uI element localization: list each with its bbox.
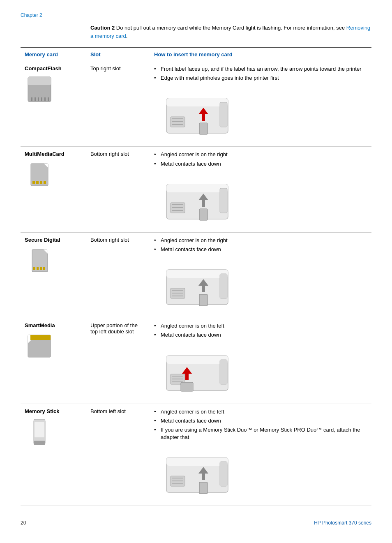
svg-rect-21 [36,181,39,184]
footer-page-number: 20 [21,520,26,526]
instruction-item: Metal contacts face down [154,160,367,168]
instruction-item: Edge with metal pinholes goes into the p… [154,74,367,82]
svg-rect-69 [172,478,183,478]
svg-rect-75 [220,462,227,486]
card-name-cell: MultiMediaCard [21,147,86,232]
instruction-list: Angled corner is on the rightMetal conta… [154,151,367,167]
card-name-cell: CompactFlash [21,61,86,147]
svg-rect-38 [40,267,42,270]
svg-rect-7 [48,97,49,101]
printer-slot-illustration [154,343,240,397]
card-name-cell: SmartMedia [21,318,86,404]
footer: 20 HP Photosmart 370 series [21,518,371,526]
svg-rect-5 [41,97,42,101]
card-illustration [25,75,54,104]
printer-slot-illustration [154,257,240,311]
card-name-cell: Secure Digital [21,232,86,318]
svg-rect-49 [220,274,227,298]
svg-rect-37 [37,267,39,270]
svg-rect-72 [199,482,208,494]
caution-text-end: . [126,33,128,39]
slot-cell: Bottom left slot [86,404,150,506]
table-row: MultiMediaCardBottom right slotAngled co… [21,147,371,232]
card-name: Memory Stick [25,408,82,414]
instructions-cell: Front label faces up, and if the label h… [150,61,371,147]
footer-product-name: HP Photosmart 370 series [314,520,371,526]
svg-rect-57 [172,379,183,379]
svg-rect-47 [202,285,205,292]
instruction-list: Angled corner is on the leftMetal contac… [154,408,367,441]
svg-rect-14 [199,123,208,134]
card-illustration [25,332,54,360]
table-row: Memory StickBottom left slotAngled corne… [21,404,371,506]
svg-rect-29 [172,210,183,211]
svg-rect-62 [220,360,227,384]
instruction-list: Angled corner is on the leftMetal contac… [154,322,367,339]
instruction-item: Metal contacts face down [154,246,367,253]
table-row: CompactFlashTop right slotFront label fa… [21,61,371,147]
svg-rect-13 [172,124,183,125]
slot-cell: Bottom right slot [86,147,150,232]
svg-rect-12 [172,121,183,122]
svg-rect-43 [172,290,183,291]
svg-rect-15 [202,113,205,121]
svg-rect-60 [185,373,189,380]
printer-slot-illustration [154,86,240,139]
svg-rect-25 [166,184,228,192]
instruction-item: Metal contacts face down [154,331,367,339]
instruction-item: Metal contacts face down [154,417,367,425]
svg-rect-73 [202,473,205,480]
svg-rect-27 [172,204,183,205]
svg-rect-3 [35,97,36,101]
caution-block: Caution 2 Do not pull out a memory card … [90,24,371,40]
caution-text: Do not pull out a memory card while the … [116,25,346,31]
card-name: CompactFlash [25,65,82,72]
col-header-slot: Slot [86,48,150,61]
card-name: Secure Digital [25,237,82,243]
col-header-instructions: How to insert the memory card [150,48,371,61]
svg-rect-4 [38,97,39,101]
svg-rect-23 [44,181,46,184]
svg-rect-6 [44,97,46,101]
svg-rect-9 [166,98,228,106]
printer-slot-illustration [154,172,240,225]
card-name: SmartMedia [25,322,82,328]
slot-cell: Top right slot [86,61,150,147]
svg-rect-54 [166,356,228,364]
instruction-item: Angled corner is on the left [154,408,367,416]
card-illustration [25,246,54,275]
svg-rect-44 [172,293,183,293]
card-illustration [25,160,54,189]
svg-rect-2 [31,97,32,101]
memory-card-table: Memory card Slot How to insert the memor… [21,47,371,506]
svg-rect-31 [202,199,205,207]
svg-rect-45 [172,296,183,296]
svg-rect-71 [172,483,183,484]
col-header-memory-card: Memory card [21,48,86,61]
instruction-item: Front label faces up, and if the label h… [154,65,367,73]
caution-label: Caution 2 [90,25,115,31]
svg-rect-65 [34,441,45,445]
svg-rect-33 [220,188,227,213]
svg-rect-30 [199,209,208,220]
table-row: SmartMediaUpper portion of the top left … [21,318,371,404]
svg-rect-67 [166,458,228,466]
svg-rect-36 [33,267,35,270]
svg-rect-17 [220,102,227,127]
slot-cell: Upper portion of the top left double slo… [86,318,150,404]
instruction-item: If you are using a Memory Stick Duo™ or … [154,426,367,441]
svg-rect-52 [30,335,51,340]
card-illustration [25,418,54,446]
instruction-item: Angled corner is on the left [154,322,367,330]
instructions-cell: Angled corner is on the rightMetal conta… [150,147,371,232]
svg-rect-56 [172,376,183,377]
svg-rect-22 [40,181,42,184]
svg-rect-11 [172,118,183,119]
svg-rect-64 [35,422,44,437]
svg-rect-28 [172,207,183,208]
card-name-cell: Memory Stick [21,404,86,506]
card-name: MultiMediaCard [25,151,82,157]
instructions-cell: Angled corner is on the leftMetal contac… [150,404,371,506]
svg-rect-70 [172,481,183,481]
slot-cell: Bottom right slot [86,232,150,318]
